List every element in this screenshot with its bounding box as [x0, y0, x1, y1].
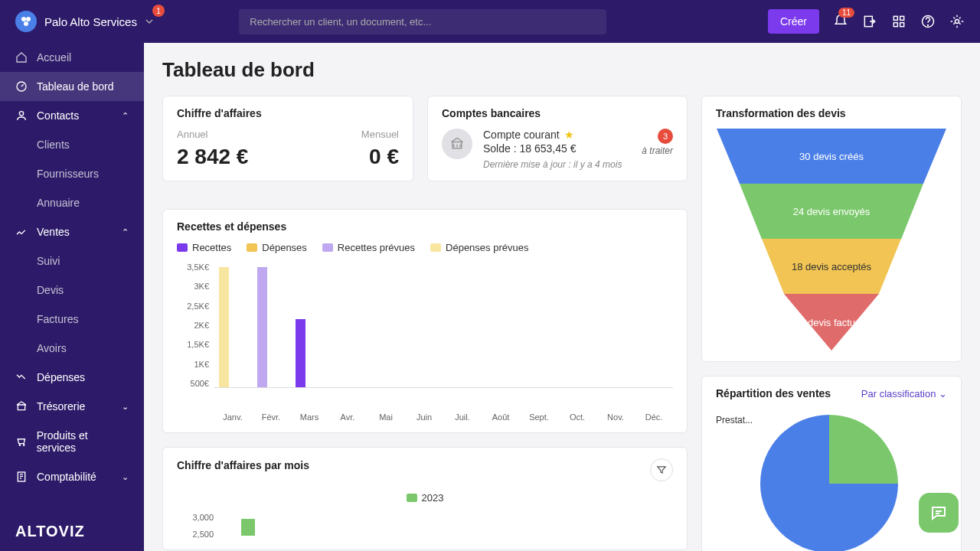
- nav-quotes[interactable]: Devis: [0, 276, 144, 305]
- dashboard-icon: [15, 80, 28, 93]
- svg-point-10: [956, 20, 959, 24]
- y-axis: 3,5K€3K€2,5K€2K€1,5K€1K€500€: [177, 262, 214, 388]
- bank-title: Comptes bancaires: [442, 107, 673, 119]
- chevron-down-icon: [145, 17, 154, 26]
- main-content: Tableau de bord Chiffre d'affaires Annue…: [144, 43, 980, 551]
- nav-home[interactable]: Accueil: [0, 43, 144, 72]
- svg-point-2: [24, 21, 28, 26]
- nav-treasury[interactable]: Trésorerie⌄: [0, 392, 144, 421]
- apps-icon[interactable]: [891, 14, 906, 29]
- nav-clients[interactable]: Clients: [0, 130, 144, 159]
- brand-icon: [15, 11, 37, 32]
- bank-icon: [442, 129, 472, 159]
- funnel-stage: 17 devis facturés: [784, 294, 879, 350]
- chevron-down-icon: ⌄: [122, 402, 129, 412]
- settings-icon[interactable]: [949, 14, 965, 29]
- brand-badge: 1: [152, 5, 165, 17]
- revenue-card: Chiffre d'affaires Annuel 2 842 € Mensue…: [162, 96, 413, 181]
- page-title: Tableau de bord: [162, 58, 962, 82]
- nav-expenses[interactable]: Dépenses: [0, 363, 144, 392]
- bank-pending[interactable]: 3 à traiter: [642, 129, 673, 156]
- top-actions: Créer 11: [768, 9, 965, 34]
- sales-filter-dropdown[interactable]: Par classification ⌄: [861, 388, 947, 399]
- nav-directory[interactable]: Annuaire: [0, 188, 144, 217]
- funnel-stage: 18 devis acceptés: [762, 239, 901, 294]
- contacts-icon: [15, 109, 28, 122]
- brand-name: Palo Alto Services: [44, 15, 137, 28]
- cart-icon: [15, 435, 28, 448]
- pie-chart: [760, 415, 898, 551]
- nav-tracking[interactable]: Suivi: [0, 246, 144, 276]
- export-icon[interactable]: [862, 14, 877, 29]
- nav-contacts[interactable]: Contacts⌃: [0, 101, 144, 130]
- monthly-label: Mensuel: [299, 129, 399, 140]
- chart-legend: Recettes Dépenses Recettes prévues Dépen…: [177, 242, 673, 253]
- filter-button[interactable]: [650, 458, 673, 481]
- topbar: Palo Alto Services 1 Créer 11: [0, 0, 980, 43]
- chevron-down-icon: ⌄: [122, 472, 129, 482]
- funnel-stage: 24 devis envoyés: [740, 184, 923, 239]
- bank-account-name: Compte courant: [483, 129, 560, 141]
- funnel-title: Transformation des devis: [716, 107, 947, 119]
- nav-invoices[interactable]: Factures: [0, 305, 144, 334]
- accounting-icon: [15, 471, 28, 483]
- monthly-value: 0 €: [299, 145, 399, 169]
- chat-icon: [929, 504, 948, 522]
- chart-plot: [214, 262, 673, 388]
- bank-card: Comptes bancaires Compte courant★ Solde …: [427, 96, 688, 181]
- bank-balance: Solde : 18 653,45 €: [483, 142, 631, 155]
- home-icon: [15, 51, 28, 64]
- x-axis: Janv.Févr.MarsAvr.MaiJuinJuil.AoûtSept.O…: [214, 412, 673, 422]
- nav-suppliers[interactable]: Fournisseurs: [0, 159, 144, 188]
- search-wrap: [239, 9, 606, 34]
- notification-badge: 11: [838, 8, 854, 18]
- pending-label: à traiter: [642, 145, 673, 156]
- filter-icon: [656, 465, 667, 475]
- sidebar-footer: ALTOVIZ: [0, 515, 144, 551]
- svg-point-9: [928, 25, 929, 26]
- annual-value: 2 842 €: [177, 145, 276, 169]
- annual-label: Annuel: [177, 129, 276, 140]
- svg-rect-6: [893, 23, 897, 27]
- nav-accounting[interactable]: Comptabilité⌄: [0, 462, 144, 491]
- treasury-icon: [15, 400, 28, 412]
- sales-dist-title: Répartition des ventes: [716, 387, 831, 399]
- nav-credits[interactable]: Avoirs: [0, 334, 144, 363]
- nav-sales[interactable]: Ventes⌃: [0, 217, 144, 246]
- sales-icon: [15, 226, 28, 238]
- funnel-chart: 30 devis créés 24 devis envoyés 18 devis…: [716, 129, 947, 350]
- brand[interactable]: Palo Alto Services 1: [15, 11, 154, 32]
- funnel-card: Transformation des devis 30 devis créés …: [701, 96, 962, 362]
- pending-count: 3: [658, 129, 673, 144]
- chart-title: Recettes et dépenses: [177, 220, 673, 233]
- income-expense-chart: Recettes et dépenses Recettes Dépenses R…: [162, 209, 688, 433]
- chat-button[interactable]: [919, 493, 959, 533]
- search-input[interactable]: [239, 9, 606, 34]
- help-icon[interactable]: [920, 14, 936, 29]
- nav-products[interactable]: Produits et services: [0, 421, 144, 462]
- footer-logo: ALTOVIZ: [15, 523, 129, 540]
- svg-point-0: [21, 17, 26, 21]
- chevron-up-icon: ⌃: [122, 227, 129, 237]
- chevron-down-icon: ⌄: [939, 388, 947, 399]
- revenue-title: Chiffre d'affaires: [177, 107, 399, 119]
- svg-rect-4: [893, 16, 897, 20]
- nav-dashboard[interactable]: Tableau de bord: [0, 72, 144, 101]
- svg-point-1: [26, 17, 31, 21]
- ca-month-title: Chiffre d'affaires par mois: [177, 459, 309, 471]
- svg-rect-7: [900, 23, 904, 27]
- pie-slice-label: Prestat...: [716, 415, 753, 425]
- notifications-icon[interactable]: 11: [833, 14, 848, 29]
- svg-rect-5: [900, 16, 904, 20]
- create-button[interactable]: Créer: [768, 9, 819, 34]
- chevron-up-icon: ⌃: [122, 111, 129, 121]
- expenses-icon: [15, 371, 28, 383]
- svg-point-12: [19, 112, 23, 116]
- bank-update: Dernière mise à jour : il y a 4 mois: [483, 159, 631, 170]
- star-icon: ★: [564, 129, 574, 141]
- revenue-by-month-card: Chiffre d'affaires par mois 2023 3,000 2…: [162, 447, 688, 550]
- sidebar: Accueil Tableau de bord Contacts⌃ Client…: [0, 43, 144, 551]
- funnel-stage: 30 devis créés: [717, 129, 946, 184]
